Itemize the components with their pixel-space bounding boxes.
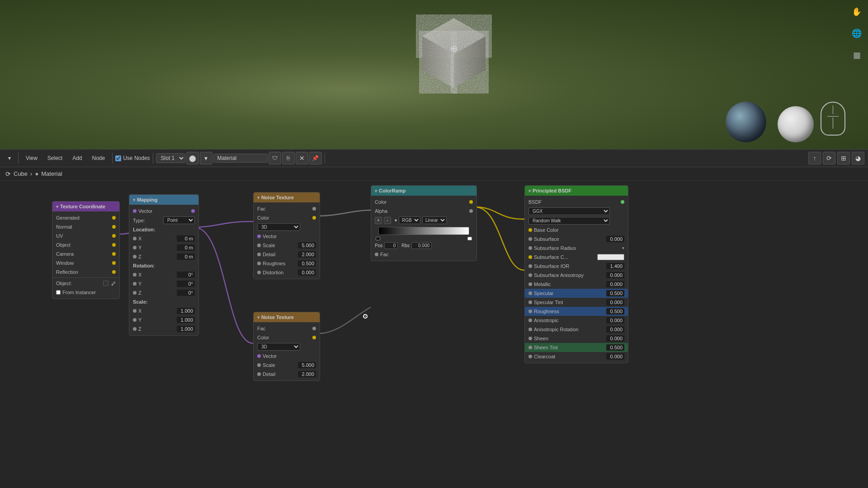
- socket-noise2-scale[interactable]: [257, 363, 261, 367]
- viewport-world-icon[interactable]: 🌐: [849, 25, 865, 42]
- socket-colorramp-color-out[interactable]: [469, 200, 473, 204]
- socket-noise1-vector-in[interactable]: [257, 235, 261, 238]
- material-sphere-icon[interactable]: ⬤: [186, 152, 199, 164]
- socket-vector-out[interactable]: [191, 209, 195, 213]
- specular-val[interactable]: 0.500: [606, 290, 624, 296]
- socket-loc-x[interactable]: [133, 237, 137, 240]
- node-noise-texture-2[interactable]: ▾ Noise Texture Fac Color 3D Vector: [253, 312, 320, 381]
- socket-uv-out[interactable]: [112, 234, 116, 238]
- socket-colorramp-alpha-out[interactable]: [469, 209, 473, 213]
- anisotropic-val[interactable]: 0.000: [606, 317, 624, 324]
- ssior-val[interactable]: 1.400: [606, 263, 624, 269]
- node-editor-canvas[interactable]: ▾ Texture Coordinate Generated Normal UV…: [0, 181, 868, 488]
- scale-x-val[interactable]: 1.000: [177, 308, 195, 314]
- sss-select[interactable]: Random Walk: [528, 217, 610, 225]
- socket-rot-z[interactable]: [133, 291, 137, 295]
- socket-rot-y[interactable]: [133, 282, 137, 286]
- noise1-distortion-val[interactable]: 0.000: [298, 269, 316, 276]
- rot-z-val[interactable]: 0°: [177, 290, 195, 296]
- colorramp-add-btn[interactable]: +: [375, 217, 382, 224]
- ssaniso-val[interactable]: 0.000: [606, 272, 624, 278]
- sheentint-val[interactable]: 0.500: [606, 344, 624, 351]
- socket-anisotropicrot-in[interactable]: [528, 328, 532, 331]
- loc-x-val[interactable]: 0 m: [177, 235, 195, 242]
- collapse-btn[interactable]: ▾: [56, 204, 58, 209]
- shield-icon[interactable]: 🛡: [269, 152, 281, 164]
- socket-noise1-roughness[interactable]: [257, 262, 261, 265]
- toolbar-right-icon2[interactable]: ⟳: [823, 152, 835, 164]
- collapse-btn[interactable]: ▾: [528, 188, 531, 193]
- toolbar-right-icon4[interactable]: ◕: [852, 152, 864, 164]
- pin-icon[interactable]: 📌: [309, 152, 322, 164]
- rot-y-val[interactable]: 0°: [177, 281, 195, 287]
- anisotropicrot-val[interactable]: 0.000: [606, 326, 624, 333]
- socket-noise2-detail[interactable]: [257, 372, 261, 376]
- collapse-btn[interactable]: ▾: [133, 197, 135, 202]
- socket-noise2-color-out[interactable]: [312, 336, 316, 339]
- toolbar-select-btn[interactable]: Select: [43, 153, 67, 163]
- collapse-btn[interactable]: ▾: [375, 188, 377, 193]
- socket-fac-out[interactable]: [312, 207, 316, 211]
- mapping-type-select[interactable]: Point: [163, 216, 195, 224]
- toolbar-node-btn[interactable]: Node: [88, 153, 110, 163]
- rot-x-val[interactable]: 0°: [177, 272, 195, 278]
- stop-right[interactable]: [467, 237, 472, 240]
- object-picker[interactable]: [103, 281, 108, 286]
- use-nodes-checkbox[interactable]: Use Nodes: [115, 155, 150, 161]
- roughness-val[interactable]: 0.500: [606, 308, 624, 314]
- socket-noise1-distortion[interactable]: [257, 271, 261, 274]
- loc-z-val[interactable]: 0 m: [177, 253, 195, 260]
- sscolor-swatch[interactable]: [597, 254, 624, 260]
- socket-anisotropic-in[interactable]: [528, 319, 532, 322]
- viewport[interactable]: ✋ 🌐 ▦: [0, 0, 868, 149]
- socket-loc-z[interactable]: [133, 255, 137, 258]
- socket-basecolor-in[interactable]: [528, 228, 532, 232]
- socket-noise2-vector-in[interactable]: [257, 354, 261, 358]
- material-name-input[interactable]: [213, 154, 268, 163]
- socket-specular-in[interactable]: [528, 291, 532, 295]
- clearcoat-val[interactable]: 0.000: [606, 353, 624, 360]
- socket-rot-x[interactable]: [133, 273, 137, 277]
- colorramp-colormode-select[interactable]: RGB: [399, 216, 420, 224]
- colorramp-interpolation-select[interactable]: Linear: [422, 216, 447, 224]
- noise2-detail-val[interactable]: 2.000: [298, 371, 316, 377]
- socket-sscolor-in[interactable]: [528, 255, 532, 259]
- socket-bsdf-out[interactable]: [621, 200, 624, 204]
- viewport-grid-icon[interactable]: ▦: [849, 47, 865, 63]
- socket-scale-x[interactable]: [133, 309, 137, 313]
- socket-scale-y[interactable]: [133, 318, 137, 322]
- metallic-val[interactable]: 0.000: [606, 281, 624, 287]
- copy-icon[interactable]: ⎘: [282, 152, 295, 164]
- toolbar-view-btn[interactable]: View: [21, 153, 42, 163]
- scale-y-val[interactable]: 1.000: [177, 317, 195, 323]
- material-dropdown-icon[interactable]: ▾: [200, 152, 212, 164]
- socket-subsurface-in[interactable]: [528, 237, 532, 241]
- socket-camera-out[interactable]: [112, 252, 116, 256]
- sheen-val[interactable]: 0.000: [606, 335, 624, 342]
- socket-generated-out[interactable]: [112, 216, 116, 220]
- socket-noise1-scale[interactable]: [257, 244, 261, 247]
- colorramp-pos-input[interactable]: [384, 242, 398, 249]
- socket-color-out[interactable]: [312, 216, 316, 220]
- socket-ssior-in[interactable]: [528, 264, 532, 268]
- socket-roughness-in[interactable]: [528, 310, 532, 313]
- speculartint-val[interactable]: 0.000: [606, 299, 624, 305]
- node-color-ramp[interactable]: ▾ ColorRamp Color Alpha + - ▾ RGB Lin: [371, 185, 477, 261]
- colorramp-remove-btn[interactable]: -: [384, 217, 391, 224]
- node-principled-bsdf[interactable]: ▾ Principled BSDF BSDF GGX Random Walk: [524, 185, 628, 363]
- node-mapping[interactable]: ▾ Mapping Vector Type: Point Location: X: [129, 194, 199, 336]
- scale-z-val[interactable]: 1.000: [177, 326, 195, 332]
- toolbar-right-icon1[interactable]: ↑: [808, 152, 821, 164]
- subsurface-val[interactable]: 0.000: [606, 236, 624, 242]
- viewport-hand-icon[interactable]: ✋: [849, 4, 865, 20]
- socket-sheentint-in[interactable]: [528, 346, 532, 349]
- noise1-roughness-val[interactable]: 0.500: [298, 260, 316, 267]
- stop-left[interactable]: [376, 237, 380, 240]
- socket-loc-y[interactable]: [133, 246, 137, 249]
- toolbar-add-btn[interactable]: Add: [68, 153, 86, 163]
- colorramp-gradient-bar[interactable]: [378, 227, 469, 235]
- noise1-dimension-select[interactable]: 3D: [257, 223, 300, 231]
- toolbar-right-icon3[interactable]: ⊞: [837, 152, 850, 164]
- socket-vector-in[interactable]: [133, 209, 137, 213]
- socket-speculartint-in[interactable]: [528, 300, 532, 304]
